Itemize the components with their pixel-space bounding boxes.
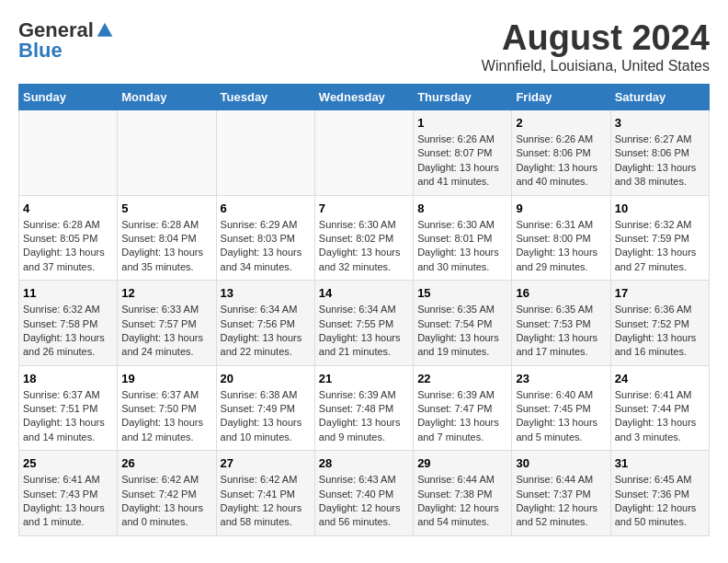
calendar-body: 1Sunrise: 6:26 AM Sunset: 8:07 PM Daylig… <box>19 110 710 536</box>
day-number: 15 <box>417 286 507 300</box>
day-info: Sunrise: 6:30 AM Sunset: 8:02 PM Dayligh… <box>319 218 409 275</box>
day-info: Sunrise: 6:44 AM Sunset: 7:38 PM Dayligh… <box>417 473 507 530</box>
day-number: 13 <box>221 286 311 300</box>
page-header: General Blue August 2024 Winnfield, Loui… <box>18 18 710 75</box>
day-info: Sunrise: 6:32 AM Sunset: 7:58 PM Dayligh… <box>23 303 113 360</box>
day-number: 8 <box>417 201 507 215</box>
column-header-thursday: Thursday <box>414 85 512 110</box>
day-info: Sunrise: 6:45 AM Sunset: 7:36 PM Dayligh… <box>615 473 705 530</box>
calendar-cell: 28Sunrise: 6:43 AM Sunset: 7:40 PM Dayli… <box>314 451 413 536</box>
calendar-cell: 31Sunrise: 6:45 AM Sunset: 7:36 PM Dayli… <box>610 451 709 536</box>
calendar-cell <box>216 110 314 196</box>
calendar-cell: 12Sunrise: 6:33 AM Sunset: 7:57 PM Dayli… <box>118 281 216 366</box>
calendar-cell: 22Sunrise: 6:39 AM Sunset: 7:47 PM Dayli… <box>414 365 512 451</box>
day-info: Sunrise: 6:34 AM Sunset: 7:55 PM Dayligh… <box>319 303 409 360</box>
calendar-cell: 29Sunrise: 6:44 AM Sunset: 7:38 PM Dayli… <box>414 451 512 536</box>
day-number: 24 <box>615 372 705 385</box>
calendar-cell: 6Sunrise: 6:29 AM Sunset: 8:03 PM Daylig… <box>216 195 314 281</box>
svg-marker-0 <box>97 23 113 37</box>
calendar-cell <box>314 110 413 196</box>
day-info: Sunrise: 6:43 AM Sunset: 7:40 PM Dayligh… <box>319 473 409 530</box>
column-header-wednesday: Wednesday <box>314 85 413 110</box>
logo-blue-text: Blue <box>18 39 63 62</box>
day-number: 23 <box>516 372 606 385</box>
calendar-cell: 4Sunrise: 6:28 AM Sunset: 8:05 PM Daylig… <box>19 195 118 281</box>
day-info: Sunrise: 6:35 AM Sunset: 7:53 PM Dayligh… <box>516 303 606 360</box>
day-number: 7 <box>319 201 409 215</box>
day-info: Sunrise: 6:37 AM Sunset: 7:50 PM Dayligh… <box>121 388 211 445</box>
calendar-cell: 17Sunrise: 6:36 AM Sunset: 7:52 PM Dayli… <box>610 281 709 366</box>
day-number: 4 <box>23 201 113 215</box>
calendar-cell: 9Sunrise: 6:31 AM Sunset: 8:00 PM Daylig… <box>512 195 610 281</box>
day-info: Sunrise: 6:42 AM Sunset: 7:42 PM Dayligh… <box>121 473 211 530</box>
column-header-saturday: Saturday <box>610 85 709 110</box>
day-number: 18 <box>23 372 113 385</box>
day-info: Sunrise: 6:35 AM Sunset: 7:54 PM Dayligh… <box>417 303 507 360</box>
calendar-cell: 14Sunrise: 6:34 AM Sunset: 7:55 PM Dayli… <box>314 281 413 366</box>
calendar-cell: 5Sunrise: 6:28 AM Sunset: 8:04 PM Daylig… <box>118 195 216 281</box>
week-row-5: 25Sunrise: 6:41 AM Sunset: 7:43 PM Dayli… <box>19 451 710 536</box>
day-number: 19 <box>121 372 211 385</box>
day-info: Sunrise: 6:33 AM Sunset: 7:57 PM Dayligh… <box>121 303 211 360</box>
calendar-cell: 3Sunrise: 6:27 AM Sunset: 8:06 PM Daylig… <box>610 110 709 196</box>
day-number: 22 <box>417 372 507 385</box>
calendar-cell: 16Sunrise: 6:35 AM Sunset: 7:53 PM Dayli… <box>512 281 610 366</box>
column-header-sunday: Sunday <box>19 85 118 110</box>
day-info: Sunrise: 6:41 AM Sunset: 7:43 PM Dayligh… <box>23 473 113 530</box>
title-block: August 2024 Winnfield, Louisiana, United… <box>482 18 710 75</box>
day-number: 17 <box>615 286 705 300</box>
day-info: Sunrise: 6:30 AM Sunset: 8:01 PM Dayligh… <box>417 218 507 275</box>
calendar-cell: 2Sunrise: 6:26 AM Sunset: 8:06 PM Daylig… <box>512 110 610 196</box>
calendar-cell <box>118 110 216 196</box>
day-info: Sunrise: 6:34 AM Sunset: 7:56 PM Dayligh… <box>221 303 311 360</box>
day-number: 28 <box>319 456 409 470</box>
column-header-friday: Friday <box>512 85 610 110</box>
calendar-table: SundayMondayTuesdayWednesdayThursdayFrid… <box>18 84 710 536</box>
day-info: Sunrise: 6:27 AM Sunset: 8:06 PM Dayligh… <box>615 132 705 190</box>
column-header-tuesday: Tuesday <box>216 85 314 110</box>
day-number: 27 <box>221 456 311 470</box>
calendar-cell: 21Sunrise: 6:39 AM Sunset: 7:48 PM Dayli… <box>314 365 413 451</box>
day-number: 12 <box>121 286 211 300</box>
calendar-cell: 13Sunrise: 6:34 AM Sunset: 7:56 PM Dayli… <box>216 281 314 366</box>
day-number: 21 <box>319 372 409 385</box>
calendar-header: SundayMondayTuesdayWednesdayThursdayFrid… <box>19 85 710 110</box>
day-number: 9 <box>516 201 606 215</box>
logo: General Blue <box>18 18 114 63</box>
day-info: Sunrise: 6:28 AM Sunset: 8:05 PM Dayligh… <box>23 218 113 275</box>
day-number: 1 <box>417 116 507 130</box>
day-info: Sunrise: 6:31 AM Sunset: 8:00 PM Dayligh… <box>516 218 606 275</box>
calendar-cell: 27Sunrise: 6:42 AM Sunset: 7:41 PM Dayli… <box>216 451 314 536</box>
calendar-cell: 30Sunrise: 6:44 AM Sunset: 7:37 PM Dayli… <box>512 451 610 536</box>
calendar-cell: 26Sunrise: 6:42 AM Sunset: 7:42 PM Dayli… <box>118 451 216 536</box>
calendar-cell: 18Sunrise: 6:37 AM Sunset: 7:51 PM Dayli… <box>19 365 118 451</box>
day-info: Sunrise: 6:41 AM Sunset: 7:44 PM Dayligh… <box>615 388 705 445</box>
day-number: 10 <box>615 201 705 215</box>
day-info: Sunrise: 6:39 AM Sunset: 7:48 PM Dayligh… <box>319 388 409 445</box>
day-info: Sunrise: 6:38 AM Sunset: 7:49 PM Dayligh… <box>221 388 311 445</box>
day-number: 25 <box>23 456 113 470</box>
week-row-2: 4Sunrise: 6:28 AM Sunset: 8:05 PM Daylig… <box>19 195 710 281</box>
calendar-cell: 20Sunrise: 6:38 AM Sunset: 7:49 PM Dayli… <box>216 365 314 451</box>
page-subtitle: Winnfield, Louisiana, United States <box>482 58 710 75</box>
day-number: 11 <box>23 286 113 300</box>
day-number: 16 <box>516 286 606 300</box>
week-row-3: 11Sunrise: 6:32 AM Sunset: 7:58 PM Dayli… <box>19 281 710 366</box>
day-info: Sunrise: 6:37 AM Sunset: 7:51 PM Dayligh… <box>23 388 113 445</box>
calendar-cell: 19Sunrise: 6:37 AM Sunset: 7:50 PM Dayli… <box>118 365 216 451</box>
calendar-cell <box>19 110 118 196</box>
calendar-cell: 1Sunrise: 6:26 AM Sunset: 8:07 PM Daylig… <box>414 110 512 196</box>
week-row-1: 1Sunrise: 6:26 AM Sunset: 8:07 PM Daylig… <box>19 110 710 196</box>
calendar-cell: 25Sunrise: 6:41 AM Sunset: 7:43 PM Dayli… <box>19 451 118 536</box>
calendar-cell: 7Sunrise: 6:30 AM Sunset: 8:02 PM Daylig… <box>314 195 413 281</box>
calendar-cell: 10Sunrise: 6:32 AM Sunset: 7:59 PM Dayli… <box>610 195 709 281</box>
logo-icon <box>96 21 114 40</box>
column-header-monday: Monday <box>118 85 216 110</box>
page-title: August 2024 <box>482 18 710 58</box>
day-info: Sunrise: 6:32 AM Sunset: 7:59 PM Dayligh… <box>615 218 705 275</box>
day-number: 26 <box>121 456 211 470</box>
day-info: Sunrise: 6:40 AM Sunset: 7:45 PM Dayligh… <box>516 388 606 445</box>
day-number: 30 <box>516 456 606 470</box>
header-row: SundayMondayTuesdayWednesdayThursdayFrid… <box>19 85 710 110</box>
day-number: 29 <box>417 456 507 470</box>
